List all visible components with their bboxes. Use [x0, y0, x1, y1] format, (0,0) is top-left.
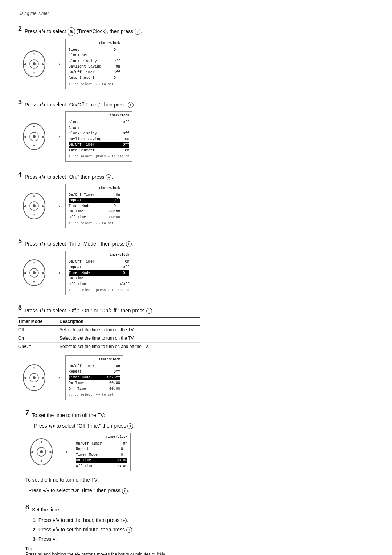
step-5-text: 5 Press ♦/♦ to select "Timer Mode," then…	[18, 236, 200, 248]
svg-text:♦: ♦	[33, 52, 35, 56]
step-7-block: 7 To set the time to turn off the TV: Pr…	[25, 408, 211, 494]
svg-text:♦: ♦	[33, 365, 35, 370]
svg-text:►: ►	[42, 204, 46, 208]
svg-text:◄: ◄	[23, 204, 27, 208]
screen-s2: Timer/Clock SleepOff Clock Set Clock Dis…	[65, 39, 123, 89]
svg-text:♦: ♦	[33, 279, 35, 284]
step-8-tip: Tip Pressing and holding the ♦/♦ buttons…	[25, 546, 211, 555]
table-cell-desc: Select to set the time to turn on and of…	[60, 342, 200, 351]
arrow-s6: →	[54, 373, 62, 382]
step-2-text: 2 Press ♦/♦ to select ⊕ (Timer/Clock), t…	[18, 24, 200, 36]
enter-circle-s7b: +	[122, 488, 128, 494]
table-row: On/Off Select to set the time to turn on…	[18, 342, 200, 351]
step-5-visual: ♦ ♦ ◄ ► → Timer/Clock On/Off TimerOn Rep…	[18, 251, 200, 295]
svg-point-37	[40, 450, 43, 453]
table-row: Off Select to set the time to turn off t…	[18, 325, 200, 334]
table-row: On Select to set the time to turn on the…	[18, 334, 200, 342]
table-cell-desc: Select to set the time to turn on the TV…	[60, 334, 200, 342]
svg-text:♦: ♦	[33, 212, 35, 217]
svg-text:♦: ♦	[33, 124, 35, 129]
step-5-block: 5 Press ♦/♦ to select "Timer Mode," then…	[18, 236, 200, 295]
arrow-s4: →	[54, 201, 62, 211]
svg-text:◄: ◄	[23, 271, 27, 275]
svg-text:►: ►	[42, 376, 46, 380]
step-6-number: 6	[18, 304, 22, 312]
step-3-block: 3 Press ♦/♦ to select "On/Off Timer," th…	[18, 97, 200, 162]
enter-circle-s8b: +	[126, 527, 132, 533]
arrow-s2: →	[54, 59, 62, 69]
remote-icon-s4: ♦ ♦ ◄ ►	[18, 190, 50, 222]
svg-text:♦: ♦	[33, 260, 35, 265]
step-4-text: 4 Press ♦/♦ to select "On," then press +…	[18, 170, 200, 181]
step-8-number: 8	[25, 503, 29, 511]
arrow-s5: →	[54, 268, 62, 278]
table-cell-mode: Off	[18, 325, 60, 334]
svg-point-9	[33, 135, 36, 138]
timer-mode-table: Timer Mode Description Off Select to set…	[18, 317, 200, 351]
screen-s5: Timer/Clock On/Off TimerOn RepeatOff Tim…	[65, 251, 132, 295]
table-header-mode: Timer Mode	[18, 317, 60, 325]
svg-text:►: ►	[42, 62, 46, 66]
svg-text:♦: ♦	[33, 143, 35, 147]
step-2-block: 2 Press ♦/♦ to select ⊕ (Timer/Clock), t…	[18, 24, 200, 89]
svg-text:♦: ♦	[33, 194, 35, 198]
step-3-number: 3	[18, 98, 22, 106]
step-3-text: 3 Press ♦/♦ to select "On/Off Timer," th…	[18, 97, 200, 109]
step-8-block: 8 Set the time. 1 Press ♦/♦ to set the h…	[25, 502, 211, 555]
svg-text:►: ►	[42, 271, 46, 275]
svg-point-30	[33, 376, 36, 379]
step-6-text: 6 Press ♦/♦ to select "Off," "On," or "O…	[18, 303, 200, 315]
svg-text:◄: ◄	[23, 134, 27, 139]
remote-icon-s2: ♦ ♦ ◄ ►	[18, 48, 50, 80]
svg-text:◄: ◄	[23, 376, 27, 380]
step-4-number: 4	[18, 171, 22, 178]
enter-circle-s6: +	[146, 308, 152, 314]
remote-icon-s3: ♦ ♦ ◄ ►	[18, 121, 50, 153]
svg-text:►: ►	[49, 450, 53, 454]
arrow-s3: →	[54, 132, 62, 141]
enter-circle-s2: +	[135, 29, 140, 35]
step-7-number: 7	[25, 409, 29, 416]
svg-text:♦: ♦	[33, 384, 35, 389]
step-8-sub3: 3 Press ♦.	[33, 535, 211, 543]
step-8-sub2: 2 Press ♦/♦ to set the minute, then pres…	[33, 526, 211, 534]
screen-s7: Timer/Clock On/Off TimerOn RepeatOff Tim…	[73, 433, 131, 471]
enter-circle-s7a: +	[127, 423, 133, 429]
step-7-text-a: 7 To set the time to turn off the TV:	[25, 408, 211, 419]
step-7-text-b: Press ♦/♦ to select "Off Time," then pre…	[34, 422, 211, 430]
svg-text:►: ►	[42, 134, 46, 139]
svg-text:♦: ♦	[40, 439, 42, 444]
step-7-text-d: Press ♦/♦ to select "On Time," then pres…	[28, 487, 211, 494]
screen-s3: Timer/Clock SleepOff Clock Clock Display…	[65, 111, 132, 162]
remote-icon-s7: ♦ ♦ ◄ ►	[25, 436, 57, 468]
step-3-visual: ♦ ♦ ◄ ► → Timer/Clock SleepOff Clock Clo…	[18, 111, 200, 162]
enter-circle-s4: +	[106, 174, 111, 180]
section-header: Using the Timer	[18, 11, 374, 17]
svg-text:◄: ◄	[23, 62, 27, 66]
enter-circle-s5: +	[126, 241, 132, 247]
screen-s4: Timer/Clock On/Off TimerOn RepeatOff Tim…	[65, 184, 123, 228]
step-5-number: 5	[18, 238, 22, 245]
enter-circle-s8a: +	[121, 518, 127, 523]
step-4-visual: ♦ ♦ ◄ ► → Timer/Clock On/Off TimerOn Rep…	[18, 184, 200, 228]
svg-text:♦: ♦	[33, 70, 35, 75]
step-6-visual: ♦ ♦ ◄ ► → Timer/Clock On/Off TimerOn Rep…	[18, 355, 200, 400]
step-8-text: 8 Set the time.	[25, 502, 211, 514]
tip-text-s8: Pressing and holding the ♦/♦ buttons mov…	[25, 551, 211, 555]
step-8-sub1: 1 Press ♦/♦ to set the hour, then press …	[33, 516, 211, 524]
step-4-block: 4 Press ♦/♦ to select "On," then press +…	[18, 170, 200, 228]
step-2-number: 2	[18, 25, 22, 32]
remote-icon-s6: ♦ ♦ ◄ ►	[18, 362, 50, 394]
step-7-text-c: To set the time to turn on the TV:	[25, 476, 211, 484]
arrow-s7: →	[61, 447, 69, 457]
svg-point-16	[33, 204, 36, 207]
svg-point-2	[33, 62, 36, 65]
remote-icon-s5: ♦ ♦ ◄ ►	[18, 257, 50, 289]
table-cell-mode: On/Off	[18, 342, 60, 351]
table-cell-mode: On	[18, 334, 60, 342]
svg-text:◄: ◄	[30, 450, 34, 454]
enter-circle-s3: +	[128, 102, 134, 108]
step-2-visual: ♦ ♦ ◄ ► → Timer/Clock SleepOff Clock Set…	[18, 39, 200, 89]
table-header-desc: Description	[60, 317, 200, 325]
step-6-block: 6 Press ♦/♦ to select "Off," "On," or "O…	[18, 303, 200, 400]
